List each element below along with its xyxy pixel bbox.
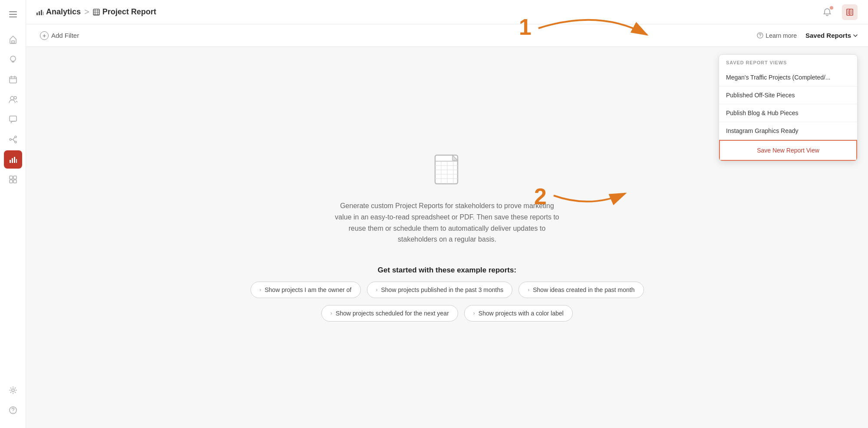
svg-rect-24 xyxy=(39,11,40,15)
toolbar-right: Learn more Saved Reports SAVED REPORT VI… xyxy=(757,32,858,39)
book-icon xyxy=(846,8,854,16)
menu-icon[interactable] xyxy=(4,5,22,23)
svg-point-10 xyxy=(15,136,17,138)
bell-icon xyxy=(823,8,831,16)
example-btn-4[interactable]: › Show projects with a color label xyxy=(464,305,573,322)
chevron-right-icon-1: › xyxy=(376,287,378,293)
header-right xyxy=(819,4,858,20)
chevron-right-icon-4: › xyxy=(473,310,475,316)
breadcrumb-separator: > xyxy=(84,7,89,17)
svg-point-22 xyxy=(13,412,13,413)
svg-point-20 xyxy=(12,389,14,392)
saved-reports-dropdown: SAVED REPORT VIEWS Megan's Traffic Proje… xyxy=(719,54,858,161)
svg-rect-25 xyxy=(41,10,42,15)
svg-rect-13 xyxy=(12,158,13,163)
toolbar: + Add Filter Learn more Saved Reports xyxy=(26,24,868,47)
save-new-report-view-button[interactable]: Save New Report View xyxy=(719,140,857,161)
example-btn-label-3: Show projects scheduled for the next yea… xyxy=(336,310,449,317)
main-content: Analytics > Project Report xyxy=(26,0,868,428)
analytics-label: Analytics xyxy=(46,7,81,17)
example-btn-0[interactable]: › Show projects I am the owner of xyxy=(251,282,361,298)
svg-rect-2 xyxy=(9,17,17,17)
example-btn-3[interactable]: › Show projects scheduled for the next y… xyxy=(321,305,458,322)
svg-rect-23 xyxy=(36,13,38,15)
page-title: Project Report xyxy=(102,7,156,17)
dropdown-item-1[interactable]: Published Off-Site Pieces xyxy=(719,86,857,104)
book-button[interactable] xyxy=(842,4,858,20)
analytics-breadcrumb-link[interactable]: Analytics xyxy=(36,7,81,17)
chevron-down-icon xyxy=(853,34,858,37)
svg-point-7 xyxy=(14,96,17,99)
question-icon xyxy=(757,32,763,39)
learn-more-label: Learn more xyxy=(766,32,797,39)
dropdown-section-header: SAVED REPORT VIEWS xyxy=(719,55,857,69)
example-btn-label-4: Show projects with a color label xyxy=(479,310,564,317)
example-buttons-row-1: › Show projects I am the owner of › Show… xyxy=(251,282,644,298)
empty-state-icon xyxy=(432,153,463,190)
svg-rect-16 xyxy=(10,176,13,179)
dropdown-item-3[interactable]: Instagram Graphics Ready xyxy=(719,122,857,140)
svg-rect-18 xyxy=(10,180,13,183)
chevron-right-icon-0: › xyxy=(260,287,261,293)
svg-rect-5 xyxy=(10,77,17,83)
current-page-label: Project Report xyxy=(93,7,156,17)
example-btn-label-2: Show ideas created in the past month xyxy=(533,286,634,293)
plus-icon: + xyxy=(40,31,49,40)
svg-rect-1 xyxy=(9,14,17,15)
dropdown-item-0[interactable]: Megan's Traffic Projects (Completed/... xyxy=(719,69,857,86)
example-btn-2[interactable]: › Show ideas created in the past month xyxy=(518,282,644,298)
workflow-icon[interactable] xyxy=(4,130,22,149)
svg-rect-14 xyxy=(14,157,15,163)
svg-point-4 xyxy=(10,56,16,61)
svg-point-9 xyxy=(10,139,11,140)
chevron-right-icon-3: › xyxy=(330,310,332,316)
breadcrumb: Analytics > Project Report xyxy=(36,7,156,17)
analytics-nav-icon[interactable] xyxy=(4,150,22,169)
table-icon xyxy=(93,9,100,16)
add-filter-button[interactable]: + Add Filter xyxy=(36,29,83,43)
example-reports-title: Get started with these example reports: xyxy=(378,266,516,275)
people-icon[interactable] xyxy=(4,90,22,109)
ideas-icon[interactable] xyxy=(4,50,22,69)
grid-icon[interactable] xyxy=(4,170,22,189)
calendar-icon[interactable] xyxy=(4,70,22,89)
example-btn-label-0: Show projects I am the owner of xyxy=(265,286,352,293)
home-icon[interactable] xyxy=(4,30,22,49)
analytics-breadcrumb-icon xyxy=(36,9,43,16)
svg-rect-17 xyxy=(13,176,17,179)
sidebar xyxy=(0,0,26,428)
svg-rect-0 xyxy=(9,11,17,12)
svg-rect-8 xyxy=(10,116,17,121)
add-filter-label: Add Filter xyxy=(51,32,79,39)
svg-point-11 xyxy=(15,141,17,143)
chevron-right-icon-2: › xyxy=(528,287,529,293)
svg-point-29 xyxy=(760,36,760,37)
example-buttons-row-2: › Show projects scheduled for the next y… xyxy=(321,305,573,322)
svg-rect-3 xyxy=(12,41,14,43)
learn-more-button[interactable]: Learn more xyxy=(757,32,797,39)
empty-state-description: Generate custom Project Reports for stak… xyxy=(334,200,560,245)
svg-rect-12 xyxy=(10,160,11,163)
saved-reports-button[interactable]: Saved Reports xyxy=(805,32,858,39)
example-btn-1[interactable]: › Show projects published in the past 3 … xyxy=(367,282,513,298)
help-icon[interactable] xyxy=(4,401,22,419)
dropdown-item-2[interactable]: Publish Blog & Hub Pieces xyxy=(719,104,857,122)
svg-point-6 xyxy=(10,96,14,100)
notification-badge xyxy=(830,6,833,10)
saved-reports-label: Saved Reports xyxy=(805,32,851,39)
header: Analytics > Project Report xyxy=(26,0,868,24)
settings-icon[interactable] xyxy=(4,381,22,399)
svg-rect-15 xyxy=(16,159,17,163)
example-btn-label-1: Show projects published in the past 3 mo… xyxy=(381,286,504,293)
empty-state: Generate custom Project Reports for stak… xyxy=(334,153,560,245)
svg-rect-26 xyxy=(43,12,43,15)
svg-rect-19 xyxy=(13,180,17,183)
messages-icon[interactable] xyxy=(4,110,22,129)
example-reports-section: Get started with these example reports: … xyxy=(251,266,644,322)
notification-button[interactable] xyxy=(819,4,835,20)
